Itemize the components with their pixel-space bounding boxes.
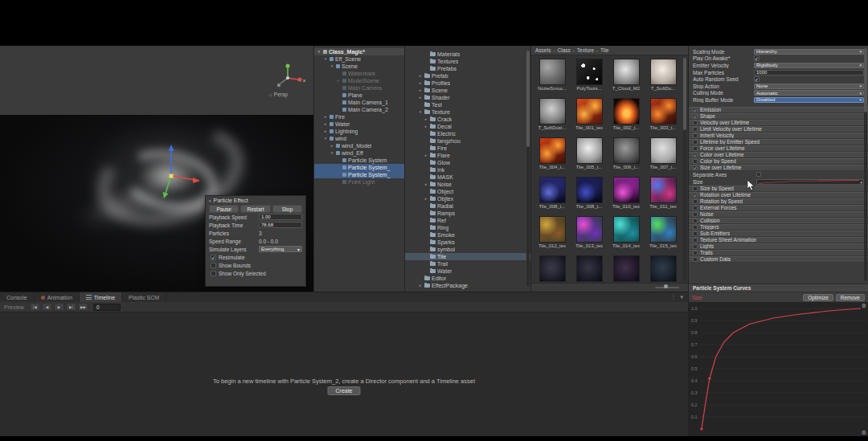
project-folder-item[interactable]: Water xyxy=(405,267,530,275)
expand-arrow-icon[interactable]: ▸ xyxy=(418,94,423,101)
project-folder-item[interactable]: Glow xyxy=(405,159,530,166)
module-checkbox[interactable] xyxy=(693,186,698,191)
property-dropdown[interactable]: Disabled▾ xyxy=(754,97,864,103)
play-button[interactable]: ▶ xyxy=(54,303,64,311)
curves-panel-header[interactable]: Particle System Curves xyxy=(689,284,868,292)
tab-plastic-scm[interactable]: Plastic SCM xyxy=(122,292,166,302)
hierarchy-item[interactable]: ▾Scene xyxy=(314,63,404,70)
module-checkbox[interactable] xyxy=(693,218,698,223)
texture-item[interactable]: Tile_002_t... xyxy=(608,96,645,136)
texture-item[interactable]: Tile_011_tex xyxy=(645,175,682,214)
expand-arrow-icon[interactable]: ▸ xyxy=(424,152,428,159)
project-folder-item[interactable]: ▸Prefab xyxy=(405,72,530,80)
project-folder-item[interactable]: Prefabs xyxy=(405,65,530,72)
project-folder-item[interactable]: ▸EffectPackage xyxy=(405,282,530,289)
perspective-toggle[interactable]: ◁ Persp xyxy=(268,92,288,97)
module-header[interactable]: ✓Size over Lifetime xyxy=(689,165,868,171)
remove-button[interactable]: Remove xyxy=(836,294,865,301)
expand-arrow-icon[interactable]: ▸ xyxy=(424,181,428,188)
hierarchy-item[interactable]: Main Camera_2 xyxy=(314,106,404,113)
module-header[interactable]: Size by Speed xyxy=(689,186,868,192)
project-folder-item[interactable]: Trail xyxy=(405,260,530,267)
restart-button[interactable]: Restart xyxy=(240,205,270,213)
tab-console[interactable]: Console xyxy=(0,292,35,302)
hierarchy-item[interactable]: ▾wind xyxy=(314,135,404,142)
hierarchy-item[interactable]: Main Camera_1 xyxy=(314,99,404,106)
expand-arrow-icon[interactable]: ▸ xyxy=(323,113,328,120)
project-scrollbar[interactable] xyxy=(526,51,530,287)
texture-item[interactable]: Tile_013_tex xyxy=(571,214,608,254)
module-checkbox[interactable] xyxy=(693,257,698,262)
property-dropdown[interactable]: Rigidbody▾ xyxy=(754,63,864,68)
module-header[interactable]: ✓Shape xyxy=(689,113,868,120)
project-folder-item[interactable]: Ring xyxy=(405,224,530,231)
module-header[interactable]: External Forces xyxy=(689,205,868,211)
module-checkbox[interactable] xyxy=(693,244,698,249)
project-folder-item[interactable]: ▸Flare xyxy=(405,152,530,159)
expand-arrow-icon[interactable]: ▾ xyxy=(418,108,423,116)
texture-item[interactable]: T_Cloud_M2 xyxy=(608,57,645,96)
hierarchy-item[interactable]: ▸Lightning xyxy=(314,128,404,135)
module-checkbox[interactable] xyxy=(693,251,698,255)
create-button[interactable]: Create xyxy=(327,386,360,395)
hierarchy-item[interactable]: ▸ModelScene xyxy=(314,77,404,84)
project-folder-item[interactable]: ▸Objtex xyxy=(405,195,530,202)
expand-arrow-icon[interactable]: ▸ xyxy=(418,80,423,87)
project-folder-item[interactable]: ▸Shader xyxy=(405,94,530,101)
skip-end-button[interactable]: ▶▶ xyxy=(78,303,88,311)
hierarchy-item[interactable]: Plane xyxy=(314,92,404,99)
pause-button[interactable]: Pause xyxy=(209,205,239,213)
prev-frame-button[interactable]: ◀ xyxy=(42,303,52,311)
texture-item[interactable]: Tile_015_tex xyxy=(645,214,682,254)
breadcrumb-item[interactable]: Class xyxy=(558,47,571,53)
curve-settings-gear-icon[interactable]: ⚙ xyxy=(862,303,866,309)
texture-item[interactable]: Tile_003_t... xyxy=(645,96,682,136)
property-checkbox[interactable]: ✓ xyxy=(754,55,760,61)
module-header[interactable]: Inherit Velocity xyxy=(689,133,868,139)
hierarchy-item[interactable]: ▸wind_Model xyxy=(314,142,404,149)
project-folder-item[interactable]: Editor xyxy=(405,275,530,282)
expand-arrow-icon[interactable]: ▾ xyxy=(330,63,334,70)
project-folder-item[interactable]: ▾Texture xyxy=(405,108,530,116)
module-header[interactable]: ✓Color over Lifetime xyxy=(689,152,868,158)
module-checkbox[interactable] xyxy=(693,212,698,217)
project-folder-item[interactable]: Ink xyxy=(405,166,530,174)
hierarchy-item[interactable]: ▸Fire xyxy=(314,113,404,120)
expand-arrow-icon[interactable]: ▸ xyxy=(418,87,423,94)
project-folder-item[interactable]: Sparks xyxy=(405,239,530,246)
expand-arrow-icon[interactable]: ▾ xyxy=(323,55,328,63)
expand-arrow-icon[interactable]: ▾ xyxy=(323,135,328,142)
expand-arrow-icon[interactable]: ▸ xyxy=(330,142,334,149)
module-header[interactable]: Texture Sheet Animation xyxy=(689,237,868,243)
expand-arrow-icon[interactable]: ▸ xyxy=(424,116,428,123)
module-checkbox[interactable]: ✓ xyxy=(693,193,698,198)
module-header[interactable]: Color by Speed xyxy=(689,158,868,165)
scene-view[interactable]: ▾ Particle Effect PauseRestartStop Playb… xyxy=(0,46,313,292)
texture-item[interactable]: Tile_007_t... xyxy=(645,136,682,175)
module-header[interactable]: Trails xyxy=(689,250,868,256)
module-checkbox[interactable] xyxy=(693,140,698,145)
texture-item[interactable]: Tile_001_tex xyxy=(571,96,608,136)
next-frame-button[interactable]: ▶| xyxy=(66,303,76,311)
texture-item[interactable]: Tile_008_t... xyxy=(571,175,608,214)
module-header[interactable]: Rotation by Speed xyxy=(689,198,868,205)
dropdown-caret-icon[interactable]: ▾ xyxy=(680,294,683,300)
module-header[interactable]: Lights xyxy=(689,243,868,250)
project-folder-item[interactable]: ▸Noise xyxy=(405,181,530,188)
module-header[interactable]: Custom Data xyxy=(689,256,868,263)
project-folder-item[interactable]: Test xyxy=(405,101,530,108)
module-checkbox[interactable] xyxy=(693,199,698,204)
inspector-scrollbar[interactable] xyxy=(864,48,867,281)
project-folder-item[interactable]: Object xyxy=(405,188,530,195)
project-folder-item[interactable]: MASK xyxy=(405,174,530,181)
hierarchy-item[interactable]: Particle System_ xyxy=(314,164,404,171)
hierarchy-item[interactable]: Point Light xyxy=(314,178,404,186)
overlay-dropdown[interactable]: Everything▾ xyxy=(259,246,302,252)
breadcrumb-item[interactable]: Tile xyxy=(600,47,608,53)
module-checkbox[interactable] xyxy=(693,206,698,210)
property-dropdown[interactable]: Automatic▾ xyxy=(754,90,864,96)
module-checkbox[interactable] xyxy=(693,238,698,243)
project-folder-item[interactable]: Radial xyxy=(405,202,530,210)
texture-item[interactable]: Tile_008_t... xyxy=(534,175,571,214)
property-checkbox[interactable]: ✓ xyxy=(754,76,760,82)
